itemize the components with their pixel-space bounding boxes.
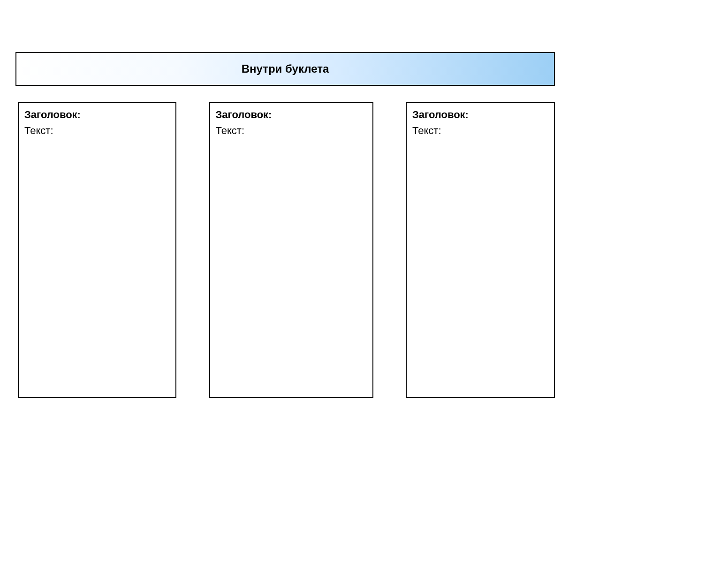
header-title: Внутри буклета: [242, 62, 329, 75]
panel-2-text-label: Текст:: [216, 125, 367, 137]
panel-1: Заголовок: Текст:: [18, 102, 176, 398]
panel-2-heading-label: Заголовок:: [216, 109, 367, 121]
panels-row: Заголовок: Текст: Заголовок: Текст: Заго…: [18, 102, 555, 398]
panel-2: Заголовок: Текст:: [209, 102, 373, 398]
panel-3-heading-label: Заголовок:: [412, 109, 548, 121]
header-banner: Внутри буклета: [15, 52, 555, 86]
panel-1-heading-label: Заголовок:: [24, 109, 170, 121]
panel-3: Заголовок: Текст:: [406, 102, 555, 398]
panel-1-text-label: Текст:: [24, 125, 170, 137]
panel-3-text-label: Текст:: [412, 125, 548, 137]
